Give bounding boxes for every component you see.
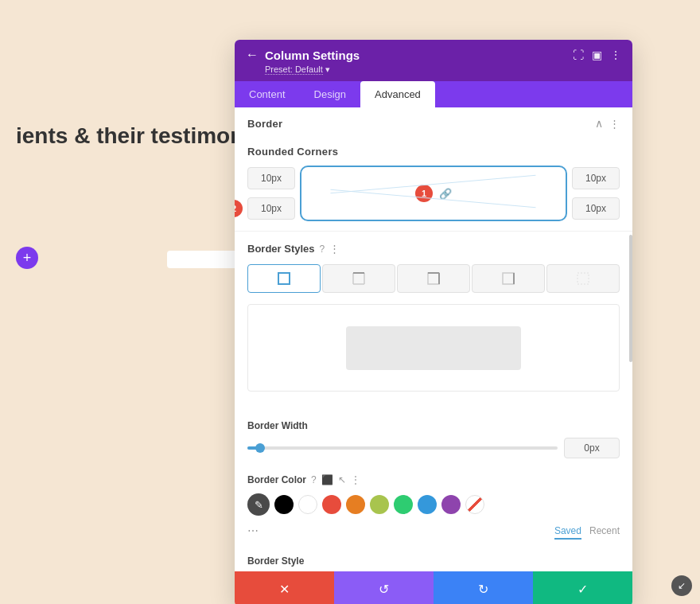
preview-line-2 xyxy=(331,189,536,208)
border-style-label: Border Style xyxy=(235,547,632,571)
rounded-corners-title: Rounded Corners xyxy=(247,146,338,158)
color-swatch-none[interactable] xyxy=(465,495,484,514)
save-icon: ✓ xyxy=(578,582,588,597)
svg-rect-3 xyxy=(428,273,439,284)
border-preview-inner xyxy=(346,326,521,370)
add-section-button[interactable]: + xyxy=(16,247,38,269)
panel-body: Border ∧ ⋮ Rounded Corners xyxy=(235,107,632,571)
panel-tabs: Content Design Advanced xyxy=(235,81,632,107)
corner-bl-wrapper: 2 xyxy=(247,197,295,220)
border-styles-section: Border Styles ? ⋮ xyxy=(235,232,632,412)
border-color-section: Border Color ? ⬛ ↖ ⋮ ✎ xyxy=(235,466,632,547)
panel-footer: ✕ ↺ ↻ ✓ xyxy=(235,571,632,604)
border-right-icon xyxy=(500,271,516,286)
color-cursor-icon[interactable]: ↖ xyxy=(338,474,346,485)
corner-tr-input[interactable] xyxy=(572,167,620,189)
more-options-icon[interactable]: ⋮ xyxy=(610,49,621,61)
border-right-btn[interactable] xyxy=(472,264,545,293)
svg-rect-0 xyxy=(278,273,290,284)
border-type-buttons xyxy=(247,264,620,293)
border-top-btn[interactable] xyxy=(322,264,395,293)
corner-bl-input[interactable] xyxy=(247,197,295,220)
column-settings-panel: ← Column Settings ⛶ ▣ ⋮ Preset: Default … xyxy=(235,40,632,604)
redo-icon: ↻ xyxy=(478,582,488,597)
border-right-top-btn[interactable] xyxy=(397,264,470,293)
panel-title: Column Settings xyxy=(265,49,360,62)
back-button[interactable]: ← xyxy=(246,48,259,62)
tab-advanced[interactable]: Advanced xyxy=(360,81,435,107)
border-right-top-icon xyxy=(426,271,441,286)
border-width-slider[interactable] xyxy=(247,446,558,450)
color-swatch-red[interactable] xyxy=(322,495,341,514)
border-color-help-icon[interactable]: ? xyxy=(311,474,317,485)
color-tab-saved[interactable]: Saved xyxy=(554,525,581,540)
border-styles-title: Border Styles xyxy=(247,243,315,255)
svg-rect-6 xyxy=(503,273,514,284)
color-tab-recent[interactable]: Recent xyxy=(589,525,620,540)
scrollbar-thumb[interactable] xyxy=(629,235,632,362)
color-swatches: ✎ xyxy=(247,493,620,516)
pencil-icon: ✎ xyxy=(255,499,263,511)
cancel-icon: ✕ xyxy=(279,582,290,597)
slider-thumb[interactable] xyxy=(255,443,265,453)
border-none-icon xyxy=(575,271,591,286)
border-all-btn[interactable] xyxy=(247,264,321,293)
fullscreen-icon[interactable]: ⛶ xyxy=(573,49,584,61)
corner-tl-input[interactable] xyxy=(247,167,295,189)
border-styles-help-icon[interactable]: ? xyxy=(320,244,325,255)
border-width-label: Border Width xyxy=(247,420,620,431)
border-none-btn[interactable] xyxy=(546,264,620,293)
border-all-icon xyxy=(276,271,292,286)
svg-rect-8 xyxy=(578,273,589,284)
color-more-icon[interactable]: ⋮ xyxy=(351,474,360,485)
page-text: ients & their testimonial xyxy=(0,123,268,149)
color-swatch-white[interactable] xyxy=(298,495,317,514)
border-top-icon xyxy=(351,271,367,286)
corner-resize-icon[interactable]: ↙ xyxy=(671,575,692,596)
step-badge-2: 2 xyxy=(235,200,243,217)
color-picker-button[interactable]: ✎ xyxy=(247,493,270,516)
border-section-title: Border xyxy=(247,118,282,130)
undo-icon: ↺ xyxy=(379,582,389,597)
preset-selector[interactable]: Preset: Default ▾ xyxy=(246,62,621,81)
panel-header: ← Column Settings ⛶ ▣ ⋮ Preset: Default … xyxy=(235,40,632,81)
border-more-icon[interactable]: ⋮ xyxy=(609,118,620,130)
collapse-border-icon[interactable]: ∧ xyxy=(595,117,603,130)
corner-preview: 1 🔗 xyxy=(300,166,567,221)
color-dots: ⋯ xyxy=(247,524,259,537)
page-background: ients & their testimonial + ← Column Set… xyxy=(0,0,700,604)
corner-br-input[interactable] xyxy=(572,197,620,220)
border-width-input[interactable] xyxy=(564,438,620,458)
more-colors-dots[interactable]: ⋯ xyxy=(247,524,259,537)
corners-grid: 1 🔗 2 xyxy=(247,166,620,221)
tab-design[interactable]: Design xyxy=(300,81,360,107)
undo-button[interactable]: ↺ xyxy=(334,571,434,604)
color-swatch-yellow-green[interactable] xyxy=(370,495,389,514)
svg-rect-1 xyxy=(353,273,364,284)
split-icon[interactable]: ▣ xyxy=(592,49,602,61)
color-swatch-black[interactable] xyxy=(274,495,294,514)
border-width-section: Border Width xyxy=(235,412,632,466)
color-swatch-orange[interactable] xyxy=(346,495,365,514)
cancel-button[interactable]: ✕ xyxy=(235,571,334,604)
color-swatch-purple[interactable] xyxy=(441,495,461,514)
border-color-title: Border Color xyxy=(247,474,306,485)
color-tabs: Saved Recent xyxy=(554,525,620,540)
redo-button[interactable]: ↻ xyxy=(434,571,533,604)
rounded-corners-section: Rounded Corners xyxy=(235,134,632,232)
border-styles-more-icon[interactable]: ⋮ xyxy=(329,243,340,255)
save-button[interactable]: ✓ xyxy=(533,571,632,604)
border-preview-box xyxy=(247,304,620,392)
color-dropper-icon[interactable]: ⬛ xyxy=(321,474,333,485)
tab-content[interactable]: Content xyxy=(235,81,300,107)
color-swatch-blue[interactable] xyxy=(418,495,437,514)
color-swatch-green[interactable] xyxy=(394,495,413,514)
